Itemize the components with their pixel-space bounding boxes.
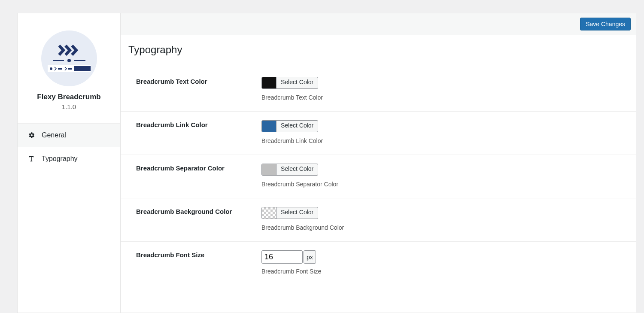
font-size-unit: px xyxy=(304,250,316,264)
svg-rect-6 xyxy=(68,68,72,70)
setting-description: Breadcrumb Separator Color xyxy=(261,181,628,188)
settings-sidebar: Flexy Breadcrumb 1.1.0 General Typograph… xyxy=(17,13,120,313)
setting-row-text-color: Breadcrumb Text Color Select Color Bread… xyxy=(121,68,636,111)
color-swatch xyxy=(262,121,276,132)
setting-row-font-size: Breadcrumb Font Size px Breadcrumb Font … xyxy=(121,241,636,285)
plugin-logo-block: Flexy Breadcrumb 1.1.0 xyxy=(18,13,120,123)
svg-point-4 xyxy=(50,67,52,70)
settings-topbar: Save Changes xyxy=(121,13,636,35)
plugin-version: 1.1.0 xyxy=(26,103,112,110)
color-picker-link[interactable]: Select Color xyxy=(261,120,318,132)
setting-row-link-color: Breadcrumb Link Color Select Color Bread… xyxy=(121,111,636,155)
nav-item-typography[interactable]: Typography xyxy=(18,147,120,170)
select-color-label: Select Color xyxy=(276,77,318,88)
setting-description: Breadcrumb Text Color xyxy=(261,94,628,101)
settings-nav: General Typography xyxy=(18,123,120,170)
color-picker-background[interactable]: Select Color xyxy=(261,207,318,219)
setting-row-background-color: Breadcrumb Background Color Select Color… xyxy=(121,198,636,241)
color-picker-separator[interactable]: Select Color xyxy=(261,164,318,176)
settings-main: Save Changes Typography Breadcrumb Text … xyxy=(120,13,636,313)
setting-description: Breadcrumb Font Size xyxy=(261,268,628,275)
select-color-label: Select Color xyxy=(276,207,318,219)
color-picker-text[interactable]: Select Color xyxy=(261,77,318,89)
plugin-logo-icon xyxy=(41,30,97,86)
nav-item-label: Typography xyxy=(42,155,78,163)
setting-description: Breadcrumb Background Color xyxy=(261,224,628,231)
page-title: Typography xyxy=(121,35,636,68)
typography-icon xyxy=(27,155,36,163)
font-size-input[interactable] xyxy=(261,250,303,264)
color-swatch xyxy=(262,164,276,175)
svg-point-1 xyxy=(67,59,71,62)
setting-label: Breadcrumb Link Color xyxy=(128,120,261,144)
nav-item-label: General xyxy=(42,131,66,139)
svg-rect-5 xyxy=(58,68,62,70)
setting-label: Breadcrumb Font Size xyxy=(128,250,261,275)
setting-row-separator-color: Breadcrumb Separator Color Select Color … xyxy=(121,155,636,198)
setting-description: Breadcrumb Link Color xyxy=(261,137,628,144)
svg-rect-7 xyxy=(74,66,91,71)
plugin-name: Flexy Breadcrumb xyxy=(26,93,112,101)
gears-icon xyxy=(27,131,36,139)
color-swatch-transparent xyxy=(262,207,276,219)
nav-item-general[interactable]: General xyxy=(18,123,120,147)
color-swatch xyxy=(262,77,276,88)
setting-label: Breadcrumb Text Color xyxy=(128,77,261,101)
setting-label: Breadcrumb Separator Color xyxy=(128,164,261,188)
setting-label: Breadcrumb Background Color xyxy=(128,207,261,231)
select-color-label: Select Color xyxy=(276,121,318,132)
select-color-label: Select Color xyxy=(276,164,318,175)
save-button[interactable]: Save Changes xyxy=(580,18,631,30)
